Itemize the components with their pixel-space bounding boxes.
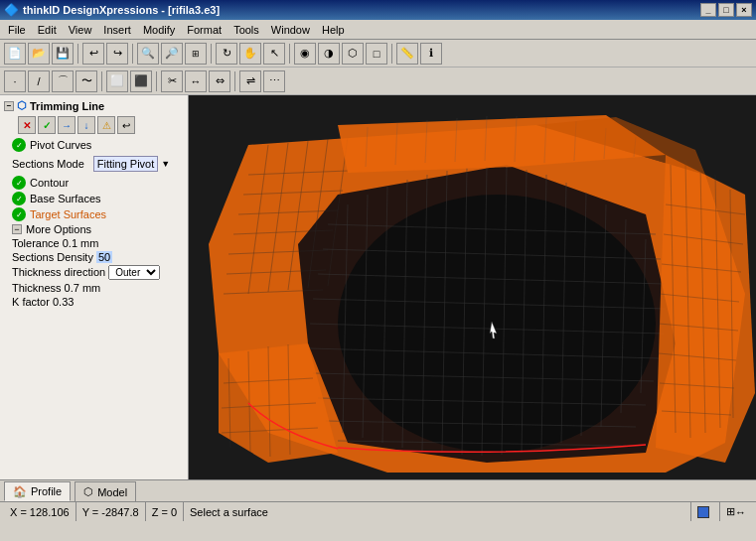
menu-format[interactable]: Format xyxy=(181,22,227,38)
status-message: Select a surface xyxy=(184,502,691,521)
new-icon: 📄 xyxy=(8,47,22,60)
tab-profile[interactable]: 🏠 Profile xyxy=(4,481,71,501)
dropdown-arrow-icon[interactable]: ▼ xyxy=(161,159,170,169)
mirror-button[interactable]: ⇌ xyxy=(239,70,261,92)
menu-modify[interactable]: Modify xyxy=(137,22,181,38)
bottom-tabs: 🏠 Profile ⬡ Model xyxy=(0,479,756,501)
y-coord: Y = -2847.8 xyxy=(82,506,139,518)
extend-button[interactable]: ↔ xyxy=(185,70,207,92)
save-button[interactable]: 💾 xyxy=(52,43,74,65)
render-icon: ◉ xyxy=(300,47,310,60)
point-button[interactable]: · xyxy=(4,70,26,92)
target-surfaces-check: ✓ xyxy=(12,207,26,221)
statusbar: X = 128.106 Y = -2847.8 Z = 0 Select a s… xyxy=(0,501,756,521)
arc-button[interactable]: ⌒ xyxy=(52,70,74,92)
extend-icon: ↔ xyxy=(191,75,202,87)
array-button[interactable]: ⋯ xyxy=(263,70,285,92)
kfactor-label: K factor 0.33 xyxy=(12,296,74,308)
offset-button[interactable]: ⇔ xyxy=(209,70,230,92)
more-options-row: − More Options xyxy=(4,223,184,235)
base-surfaces-check: ✓ xyxy=(12,192,26,205)
sep7 xyxy=(156,71,157,91)
menu-insert[interactable]: Insert xyxy=(97,22,137,38)
redo-button[interactable]: ↪ xyxy=(106,43,128,65)
surface-icon: ⬜ xyxy=(110,74,124,87)
offset-icon: ⇔ xyxy=(216,74,225,87)
fit-button[interactable]: ⊞ xyxy=(185,43,207,65)
status-y: Y = -2847.8 xyxy=(76,502,146,521)
open-icon: 📂 xyxy=(32,47,46,60)
close-button[interactable]: × xyxy=(736,3,752,17)
arrow-icon-btn[interactable]: → xyxy=(58,116,76,134)
measure-button[interactable]: 📏 xyxy=(396,43,418,65)
thickness-direction-row: Thickness direction Outer Inner xyxy=(12,265,184,280)
info-button[interactable]: ℹ xyxy=(420,43,442,65)
status-icons: ⊞ ↔ xyxy=(720,502,752,521)
undo-button[interactable]: ↩ xyxy=(82,43,104,65)
minimize-button[interactable]: _ xyxy=(700,3,716,17)
sep2 xyxy=(132,44,133,64)
zoom-in-icon: 🔍 xyxy=(141,47,155,60)
arrow2-icon-btn[interactable]: ↓ xyxy=(77,116,95,134)
menu-tools[interactable]: Tools xyxy=(227,22,265,38)
titlebar-left: 🔷 thinkID DesignXpressions - [rifila3.e3… xyxy=(4,3,220,17)
titlebar-title: thinkID DesignXpressions - [rifila3.e3] xyxy=(23,4,220,16)
menu-file[interactable]: File xyxy=(2,22,32,38)
rotate-icon: ↻ xyxy=(223,47,231,60)
color-indicator xyxy=(697,506,709,518)
solid-icon: ⬛ xyxy=(134,74,148,87)
sections-mode-label: Sections Mode xyxy=(12,158,84,170)
wire-icon: ⬡ xyxy=(348,47,358,60)
rotate-button[interactable]: ↻ xyxy=(216,43,237,65)
fit-icon: ⊞ xyxy=(192,49,200,59)
trim-button[interactable]: ✂ xyxy=(161,70,183,92)
shade-button[interactable]: ◑ xyxy=(318,43,340,65)
open-button[interactable]: 📂 xyxy=(28,43,50,65)
measure-icon: 📏 xyxy=(400,47,414,60)
menu-edit[interactable]: Edit xyxy=(32,22,63,38)
wire-button[interactable]: ⬡ xyxy=(342,43,364,65)
pan-button[interactable]: ✋ xyxy=(239,43,261,65)
select-button[interactable]: ↖ xyxy=(263,43,285,65)
thickness-direction-select[interactable]: Outer Inner xyxy=(108,265,160,280)
zoom-out-button[interactable]: 🔎 xyxy=(161,43,183,65)
back-icon-btn[interactable]: ↩ xyxy=(117,116,135,134)
viewport[interactable] xyxy=(189,95,756,479)
titlebar-controls[interactable]: _ □ × xyxy=(700,3,752,17)
cancel-icon-btn[interactable]: ✕ xyxy=(18,116,36,134)
sections-mode-value: Fitting Pivot xyxy=(93,156,158,172)
target-surfaces-label: Target Surfaces xyxy=(30,208,106,220)
left-panel: − ⬡ Trimming Line ✕ ✓ → ↓ ⚠ ↩ ✓ Pivot Cu… xyxy=(0,95,189,479)
collapse-button[interactable]: − xyxy=(4,101,14,111)
warn-icon-btn[interactable]: ⚠ xyxy=(97,116,115,134)
spline-button[interactable]: 〜 xyxy=(76,70,97,92)
status-icon1: ⊞ xyxy=(726,505,735,518)
ok-icon-btn[interactable]: ✓ xyxy=(38,116,56,134)
sections-mode-row: Sections Mode Fitting Pivot ▼ xyxy=(4,156,184,172)
menu-help[interactable]: Help xyxy=(316,22,351,38)
menu-window[interactable]: Window xyxy=(265,22,316,38)
surface-button[interactable]: ⬜ xyxy=(106,70,128,92)
new-button[interactable]: 📄 xyxy=(4,43,26,65)
maximize-button[interactable]: □ xyxy=(718,3,734,17)
pivot-curves-row: ✓ Pivot Curves xyxy=(4,138,184,152)
tolerance-row: Tolerance 0.1 mm xyxy=(12,237,184,249)
zoom-in-button[interactable]: 🔍 xyxy=(137,43,159,65)
tab-model[interactable]: ⬡ Model xyxy=(75,481,136,501)
svg-point-3 xyxy=(338,195,656,453)
status-z: Z = 0 xyxy=(146,502,184,521)
redo-icon: ↪ xyxy=(113,47,122,60)
line-button[interactable]: / xyxy=(28,70,50,92)
hidden-button[interactable]: □ xyxy=(366,43,387,65)
info-icon: ℹ xyxy=(429,47,433,60)
line-icon: / xyxy=(37,75,40,87)
solid-button[interactable]: ⬛ xyxy=(130,70,152,92)
array-icon: ⋯ xyxy=(269,74,280,87)
menubar: File Edit View Insert Modify Format Tool… xyxy=(0,20,756,40)
model-tab-label: Model xyxy=(97,486,127,498)
pivot-curves-label: Pivot Curves xyxy=(30,139,91,151)
render-button[interactable]: ◉ xyxy=(294,43,316,65)
sep5 xyxy=(391,44,392,64)
menu-view[interactable]: View xyxy=(63,22,98,38)
more-options-collapse[interactable]: − xyxy=(12,224,22,234)
